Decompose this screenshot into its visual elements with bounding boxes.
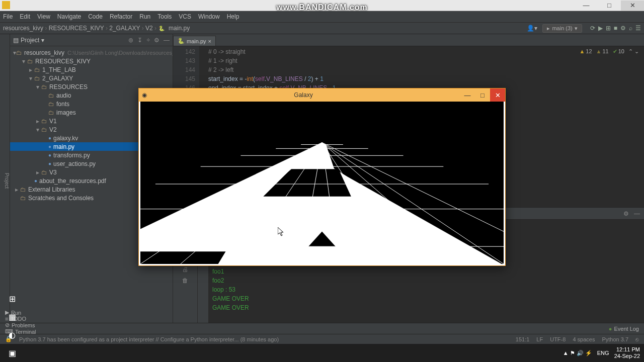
console-line: GAME OVER bbox=[212, 294, 640, 303]
toolbar-icon-4[interactable]: ⚙ bbox=[620, 25, 626, 32]
tree-node[interactable]: ▾🗀2_GALAXY bbox=[10, 74, 173, 82]
tray-icon[interactable]: 🔊 bbox=[577, 350, 584, 356]
project-tool-tab[interactable]: Project bbox=[4, 173, 10, 189]
galaxy-titlebar[interactable]: ◉ Galaxy — □ ✕ bbox=[139, 88, 505, 102]
project-tool-icon[interactable]: — bbox=[164, 37, 170, 44]
event-log-icon: ● bbox=[609, 326, 612, 332]
menu-edit[interactable]: Edit bbox=[20, 13, 30, 20]
status-item[interactable]: UTF-8 bbox=[550, 336, 566, 342]
run-gutter-button[interactable]: 🖨 bbox=[181, 266, 190, 275]
os-max-button[interactable]: □ bbox=[598, 1, 621, 11]
console-line: foo2 bbox=[212, 276, 640, 285]
os-min-button[interactable]: — bbox=[575, 1, 598, 11]
toolbar-icon-2[interactable]: ⊞ bbox=[606, 25, 611, 32]
taskbar-app-0[interactable]: ⊞ bbox=[0, 290, 24, 308]
breadcrumb-segment[interactable]: resources_kivy bbox=[3, 25, 43, 32]
taskbar-clock[interactable]: 12:11 PM 24-Sep-22 bbox=[614, 346, 640, 359]
console-line: foo1 bbox=[212, 267, 640, 276]
tray-lang[interactable]: ENG bbox=[597, 350, 609, 356]
os-close-button[interactable]: ✕ bbox=[621, 1, 644, 11]
status-item[interactable]: LF bbox=[536, 336, 543, 342]
status-message[interactable]: Python 3.7 has been configured as a proj… bbox=[19, 336, 279, 342]
taskbar-app-1[interactable]: ▦ bbox=[0, 308, 24, 326]
editor-tab-main[interactable]: 🐍 main.py × bbox=[173, 36, 216, 46]
menu-window[interactable]: Window bbox=[198, 13, 220, 20]
tree-node[interactable]: ▾🗀RESOURCES_KIVY bbox=[10, 57, 173, 65]
breadcrumb-file: main.py bbox=[169, 25, 190, 32]
galaxy-max-button[interactable]: □ bbox=[475, 88, 490, 102]
project-tool-icon[interactable]: ↧ bbox=[137, 37, 142, 44]
galaxy-canvas[interactable] bbox=[140, 102, 504, 264]
galaxy-app-icon: ◉ bbox=[142, 92, 147, 99]
breadcrumb-segment[interactable]: 2_GALAXY bbox=[109, 25, 140, 32]
menu-view[interactable]: View bbox=[37, 13, 50, 20]
app-icon bbox=[2, 1, 10, 9]
status-item[interactable]: Python 3.7 bbox=[602, 336, 628, 342]
os-titlebar: — □ ✕ bbox=[0, 0, 644, 11]
toolbar-icon-1[interactable]: ▶ bbox=[598, 25, 603, 32]
close-icon[interactable]: × bbox=[208, 38, 211, 44]
menu-vcs[interactable]: VCS bbox=[179, 13, 191, 20]
breadcrumb-segment[interactable]: V2 bbox=[145, 25, 153, 32]
python-icon: 🐍 bbox=[178, 38, 185, 44]
breadcrumb: resources_kivy › RESOURCES_KIVY › 2_GALA… bbox=[0, 22, 644, 34]
windows-taskbar: ⊞▦◐▣▦▶▦ ▲ ⚑ 🔊 ⚡ ENG 12:11 PM 24-Sep-22 bbox=[0, 344, 644, 362]
project-tool-icon[interactable]: ÷ bbox=[146, 37, 150, 44]
bottom-tool-tabs: ▶ Run≡ TODO⊘ Problems⌨ Terminal⬢ Python … bbox=[0, 323, 644, 334]
breadcrumb-segment[interactable]: RESOURCES_KIVY bbox=[49, 25, 104, 32]
menu-code[interactable]: Code bbox=[88, 13, 103, 20]
status-item[interactable]: 4 spaces bbox=[573, 336, 595, 342]
console-line: GAME OVER bbox=[212, 303, 640, 312]
status-bar: 🔒 Python 3.7 has been configured as a pr… bbox=[0, 334, 644, 344]
left-tool-strip: Project Structure bbox=[0, 34, 10, 323]
galaxy-title-text: Galaxy bbox=[147, 92, 460, 99]
menu-help[interactable]: Help bbox=[227, 13, 239, 20]
event-log-button[interactable]: Event Log bbox=[614, 326, 639, 332]
taskbar-app-2[interactable]: ◐ bbox=[0, 326, 24, 344]
galaxy-min-button[interactable]: — bbox=[460, 88, 475, 102]
run-gutter-button[interactable]: 🗑 bbox=[181, 277, 190, 286]
ide-menubar: FileEditViewNavigateCodeRefactorRunTools… bbox=[0, 11, 644, 22]
galaxy-close-button[interactable]: ✕ bbox=[490, 88, 505, 102]
user-icon[interactable]: 👤▾ bbox=[527, 25, 537, 32]
menu-file[interactable]: File bbox=[3, 13, 13, 20]
tray-icon[interactable]: ⚑ bbox=[570, 350, 575, 356]
menu-run[interactable]: Run bbox=[139, 13, 150, 20]
hide-icon[interactable]: — bbox=[634, 210, 640, 217]
menu-tools[interactable]: Tools bbox=[157, 13, 172, 20]
project-tool-icon[interactable]: ⚙ bbox=[154, 37, 159, 44]
toolbar-icon-6[interactable]: ☰ bbox=[635, 25, 641, 32]
taskbar-app-3[interactable]: ▣ bbox=[0, 344, 24, 362]
run-config-selector[interactable]: ▸ main (3) ▾ bbox=[542, 24, 582, 33]
tray-icon[interactable]: ▲ bbox=[563, 350, 569, 356]
python-icon: 🐍 bbox=[158, 26, 165, 31]
inspections-widget[interactable]: 12 11 10 ⌃ ⌄ bbox=[579, 48, 639, 55]
toolbar-icon-0[interactable]: ⟳ bbox=[590, 25, 595, 32]
tree-node[interactable]: ▸🗀1_THE_LAB bbox=[10, 65, 173, 74]
gear-icon[interactable]: ⚙ bbox=[623, 210, 629, 217]
status-item[interactable]: ⎋ bbox=[635, 336, 639, 342]
tray-icon[interactable]: ⚡ bbox=[585, 350, 592, 356]
project-tool-icon[interactable]: ⊚ bbox=[128, 37, 133, 44]
tree-node[interactable]: ▾🗀resources_kivyC:\Users\Giinh Long\Down… bbox=[10, 48, 173, 57]
status-item[interactable]: 151:1 bbox=[516, 336, 530, 342]
galaxy-window: ◉ Galaxy — □ ✕ bbox=[138, 88, 506, 266]
project-panel-title: ▤ Project ▾ bbox=[13, 37, 44, 44]
toolbar-icon-3[interactable]: ■ bbox=[614, 25, 617, 32]
system-tray[interactable]: ▲ ⚑ 🔊 ⚡ ENG 12:11 PM 24-Sep-22 bbox=[563, 346, 644, 359]
console-line: loop : 53 bbox=[212, 285, 640, 294]
menu-refactor[interactable]: Refactor bbox=[110, 13, 132, 20]
menu-navigate[interactable]: Navigate bbox=[57, 13, 81, 20]
toolbar-icon-5[interactable]: ⌕ bbox=[629, 25, 632, 32]
run-config-icon: ▸ bbox=[547, 25, 550, 32]
